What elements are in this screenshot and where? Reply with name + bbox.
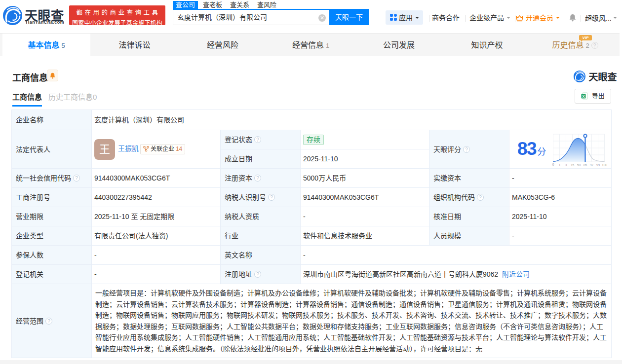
svg-text:15: 15 <box>571 163 575 167</box>
svg-text:3: 3 <box>565 163 567 167</box>
svg-text:0: 0 <box>552 163 554 166</box>
svg-text:99: 99 <box>596 163 600 167</box>
svg-text:85: 85 <box>583 163 587 167</box>
svg-text:X: X <box>583 94 585 99</box>
svg-text:100: 100 <box>602 163 607 167</box>
svg-text:50: 50 <box>577 163 581 167</box>
svg-text:97: 97 <box>590 163 594 167</box>
svg-text:1: 1 <box>559 163 561 167</box>
